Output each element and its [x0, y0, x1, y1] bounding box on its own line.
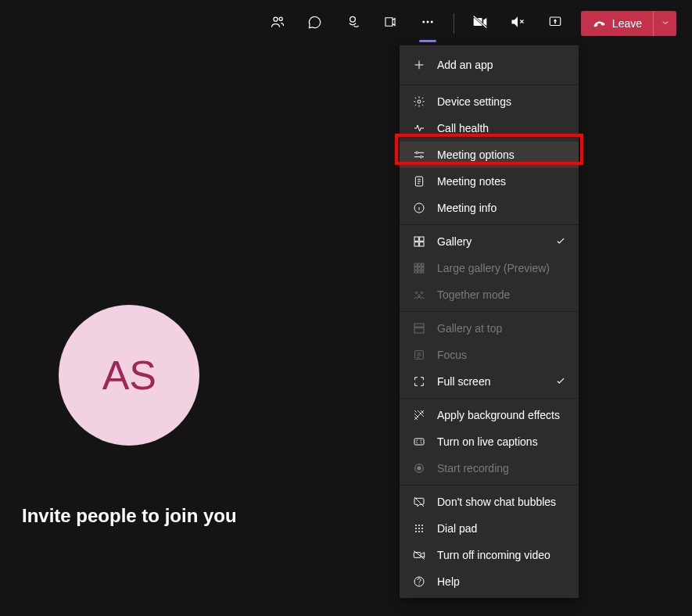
- menu-label: Meeting notes: [437, 175, 506, 188]
- svg-point-37: [415, 528, 417, 529]
- more-actions-button[interactable]: [411, 9, 444, 38]
- menu-label: Help: [437, 575, 460, 588]
- check-icon: [555, 235, 566, 249]
- menu-call-health[interactable]: Call health: [400, 115, 579, 141]
- menu-meeting-info[interactable]: Meeting info: [400, 195, 579, 221]
- rooms-button[interactable]: [374, 9, 407, 38]
- menu-background-effects[interactable]: Apply background effects: [400, 402, 579, 428]
- avatar-initials: AS: [102, 352, 156, 399]
- menu-live-captions[interactable]: Turn on live captions: [400, 428, 579, 455]
- svg-point-25: [421, 292, 423, 294]
- svg-rect-28: [414, 328, 424, 333]
- share-screen-icon: [548, 15, 562, 32]
- menu-label: Turn off incoming video: [437, 549, 550, 561]
- reactions-button[interactable]: [336, 9, 369, 38]
- svg-rect-16: [418, 263, 421, 266]
- svg-point-45: [418, 584, 419, 585]
- invite-message: Invite people to join you: [22, 505, 237, 527]
- chevron-down-icon: [661, 18, 670, 30]
- svg-rect-27: [414, 324, 424, 327]
- menu-label: Gallery: [437, 235, 471, 248]
- menu-large-gallery: Large gallery (Preview): [400, 255, 579, 281]
- menu-gallery[interactable]: Gallery: [400, 228, 579, 255]
- more-icon: [421, 15, 435, 32]
- svg-point-39: [421, 528, 423, 529]
- svg-point-35: [418, 525, 420, 526]
- menu-label: Meeting options: [437, 149, 515, 161]
- rooms-icon: [383, 15, 397, 32]
- svg-point-26: [418, 295, 421, 297]
- menu-help[interactable]: Help: [400, 568, 579, 595]
- menu-label: Apply background effects: [437, 409, 560, 421]
- fullscreen-icon: [412, 374, 426, 389]
- svg-point-38: [418, 528, 420, 529]
- menu-start-recording: Start recording: [400, 455, 579, 482]
- menu-device-settings[interactable]: Device settings: [400, 88, 579, 115]
- chat-button[interactable]: [299, 9, 332, 38]
- svg-rect-18: [414, 267, 417, 270]
- menu-label: Gallery at top: [437, 322, 502, 335]
- svg-rect-22: [418, 270, 421, 273]
- plus-icon: [412, 58, 426, 72]
- help-icon: [412, 575, 426, 589]
- menu-label: Don't show chat bubbles: [437, 496, 556, 508]
- svg-rect-30: [414, 439, 424, 445]
- menu-label: Dial pad: [437, 522, 477, 535]
- leave-dropdown-button[interactable]: [653, 11, 676, 36]
- svg-rect-23: [421, 270, 424, 273]
- menu-meeting-options[interactable]: Meeting options: [400, 141, 579, 168]
- camera-button[interactable]: [464, 9, 497, 38]
- svg-point-24: [415, 292, 418, 294]
- speaker-mute-icon: [510, 14, 525, 33]
- svg-rect-15: [414, 263, 417, 266]
- menu-label: Full screen: [437, 375, 490, 388]
- menu-full-screen[interactable]: Full screen: [400, 368, 579, 395]
- active-indicator: [419, 40, 436, 42]
- menu-add-app[interactable]: Add an app: [400, 48, 579, 81]
- svg-rect-12: [420, 237, 424, 241]
- meeting-stage: AS Invite people to join you: [22, 305, 237, 527]
- check-icon: [555, 375, 566, 389]
- share-button[interactable]: [539, 9, 572, 38]
- sliders-icon: [412, 148, 426, 162]
- notes-icon: [412, 174, 426, 188]
- participants-button[interactable]: [261, 9, 294, 38]
- menu-turn-off-video[interactable]: Turn off incoming video: [400, 542, 579, 568]
- menu-label: Large gallery (Preview): [437, 262, 550, 274]
- leave-button-group: Leave: [581, 11, 676, 36]
- menu-label: Turn on live captions: [437, 435, 538, 448]
- svg-point-42: [421, 531, 423, 532]
- menu-meeting-notes[interactable]: Meeting notes: [400, 168, 579, 195]
- mic-button[interactable]: [501, 9, 534, 38]
- svg-rect-19: [418, 267, 421, 270]
- menu-dial-pad[interactable]: Dial pad: [400, 515, 579, 542]
- svg-rect-14: [420, 242, 424, 246]
- camera-off-icon: [472, 14, 488, 33]
- gear-icon: [412, 95, 426, 109]
- menu-label: Together mode: [437, 288, 510, 301]
- svg-rect-17: [421, 263, 424, 266]
- menu-gallery-top: Gallery at top: [400, 315, 579, 342]
- together-icon: [412, 288, 426, 302]
- toolbar-divider: [454, 13, 454, 34]
- background-icon: [412, 408, 426, 422]
- svg-rect-11: [414, 237, 418, 241]
- svg-point-6: [418, 100, 421, 103]
- menu-label: Add an app: [437, 59, 493, 71]
- svg-rect-13: [414, 242, 418, 246]
- svg-rect-29: [415, 351, 424, 360]
- menu-together-mode: Together mode: [400, 281, 579, 308]
- record-icon: [412, 461, 426, 475]
- menu-label: Call health: [437, 122, 489, 134]
- svg-point-2: [431, 21, 433, 23]
- menu-chat-bubbles[interactable]: Don't show chat bubbles: [400, 489, 579, 515]
- participant-avatar: AS: [59, 305, 199, 446]
- svg-point-40: [415, 531, 417, 532]
- svg-point-8: [420, 156, 422, 158]
- more-actions-menu: Add an app Device settings Call health M…: [400, 45, 579, 598]
- svg-rect-21: [414, 270, 417, 273]
- chat-icon: [307, 15, 322, 33]
- info-icon: [412, 201, 426, 215]
- large-gallery-icon: [412, 261, 426, 275]
- leave-button[interactable]: Leave: [581, 11, 653, 36]
